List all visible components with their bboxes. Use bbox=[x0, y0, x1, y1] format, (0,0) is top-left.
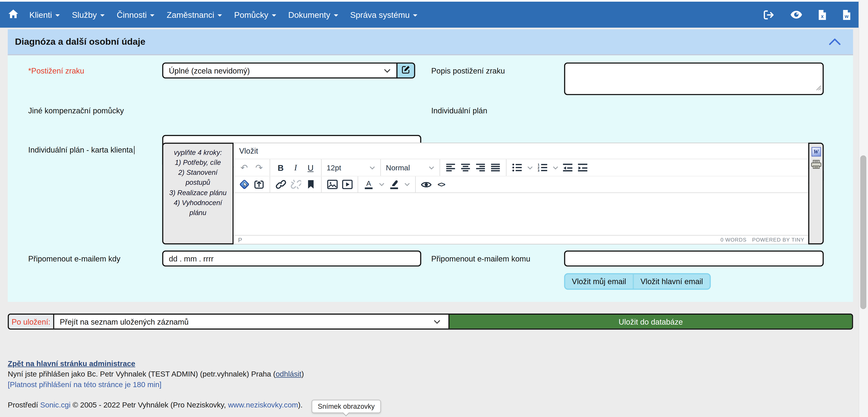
tooltip-tail bbox=[342, 413, 350, 416]
scrollbar-thumb[interactable] bbox=[860, 155, 866, 309]
after-save-select[interactable]: Přejít na seznam uložených záznamů bbox=[54, 315, 448, 328]
editor-toolbar-1: ↶ ↷ B I U 12pt Normal bbox=[234, 159, 808, 176]
editor-content-area[interactable] bbox=[234, 193, 808, 235]
home-icon bbox=[8, 8, 19, 21]
client-card-label: Individuální plán - karta klienta bbox=[28, 145, 134, 154]
resize-handle[interactable] bbox=[816, 83, 822, 93]
align-justify-icon[interactable] bbox=[490, 162, 501, 174]
nav-item-cinnosti[interactable]: Činnosti bbox=[111, 10, 161, 19]
chevron-down-icon[interactable] bbox=[378, 178, 384, 190]
numbered-list-icon[interactable]: 123 bbox=[537, 162, 548, 174]
chevron-down-icon bbox=[384, 68, 391, 73]
chevron-down-icon bbox=[334, 14, 338, 16]
underline-icon[interactable]: U bbox=[305, 162, 316, 174]
word-file-icon[interactable]: w bbox=[842, 9, 851, 20]
chevron-down-icon bbox=[433, 319, 441, 324]
italic-icon[interactable]: I bbox=[290, 162, 301, 174]
chevron-down-icon bbox=[429, 166, 435, 170]
nav-item-sluzby[interactable]: Služby bbox=[66, 10, 111, 19]
chevron-down-icon bbox=[413, 14, 417, 16]
unlink-icon[interactable] bbox=[290, 178, 301, 190]
individual-plan-label: Individuální plán bbox=[431, 106, 487, 115]
undo-icon[interactable]: ↶ bbox=[239, 162, 250, 174]
print-icon[interactable] bbox=[811, 160, 822, 171]
align-right-icon[interactable] bbox=[475, 162, 486, 174]
home-button[interactable] bbox=[8, 8, 19, 21]
chevron-down-icon bbox=[55, 14, 60, 16]
chevron-up-icon[interactable] bbox=[829, 38, 841, 45]
outdent-icon[interactable] bbox=[562, 162, 574, 174]
after-save-label: Po uložení: bbox=[9, 315, 54, 328]
nav-item-sprava-systemu[interactable]: Správa systému bbox=[344, 10, 424, 19]
remind-to-label: Připomenout e-mailem komu bbox=[431, 254, 530, 263]
neziskovky-link[interactable]: www.neziskovky.com bbox=[228, 401, 298, 409]
align-left-icon[interactable] bbox=[445, 162, 456, 174]
chevron-down-icon bbox=[100, 14, 104, 16]
sonic-link[interactable]: Sonic.cgi bbox=[40, 401, 70, 409]
insert-my-email-button[interactable]: Vložit můj email bbox=[565, 274, 634, 288]
vision-impairment-select[interactable]: Úplné (zcela nevidomý) bbox=[162, 63, 398, 79]
element-path[interactable]: P bbox=[238, 237, 242, 243]
chevron-down-icon[interactable] bbox=[552, 162, 559, 174]
vision-description-label: Popis postižení zraku bbox=[431, 66, 505, 75]
email-buttons-group: Vložit můj email Vložit hlavní email bbox=[564, 273, 711, 290]
sign-out-icon[interactable] bbox=[762, 9, 775, 20]
selected-value: Úplné (zcela nevidomý) bbox=[169, 66, 250, 75]
export-icon[interactable] bbox=[253, 178, 265, 190]
back-to-admin-link[interactable]: Zpět na hlavní stránku administrace bbox=[8, 359, 135, 368]
eye-icon[interactable] bbox=[790, 10, 803, 19]
word-document-icon[interactable]: W bbox=[811, 147, 821, 157]
remind-when-date-input[interactable]: dd . mm . rrrr bbox=[162, 250, 421, 267]
vision-description-textarea[interactable] bbox=[564, 63, 824, 95]
text-color-icon[interactable]: A bbox=[363, 178, 374, 190]
session-validity-note: [Platnost přihlášení na této stránce je … bbox=[8, 380, 162, 389]
logout-link[interactable]: odhlásit bbox=[276, 370, 301, 378]
vision-impairment-control: Úplné (zcela nevidomý) bbox=[162, 63, 415, 79]
branding[interactable]: POWERED BY TINY bbox=[752, 237, 804, 243]
media-icon[interactable] bbox=[342, 178, 352, 190]
nav-item-pomucky[interactable]: Pomůcky bbox=[228, 10, 282, 19]
highlight-color-icon[interactable] bbox=[389, 178, 400, 190]
chevron-down-icon[interactable] bbox=[403, 178, 410, 190]
chevron-down-icon bbox=[272, 14, 276, 16]
bullet-list-icon[interactable] bbox=[512, 162, 523, 174]
svg-text:3: 3 bbox=[538, 169, 539, 172]
font-size-select[interactable]: 12pt bbox=[327, 163, 375, 172]
nav-item-zamestnanci[interactable]: Zaměstnanci bbox=[161, 10, 228, 19]
chevron-down-icon bbox=[369, 166, 375, 170]
bold-icon[interactable]: B bbox=[275, 162, 286, 174]
save-to-database-button[interactable]: Uložit do databáze bbox=[448, 315, 852, 328]
vision-impairment-label: *Postižení zraku bbox=[28, 66, 84, 75]
menu-insert[interactable]: Vložit bbox=[239, 147, 258, 155]
source-code-icon[interactable]: <> bbox=[436, 178, 447, 190]
remind-to-input[interactable] bbox=[564, 250, 824, 267]
section-header[interactable]: Diagnóza a další osobní údaje bbox=[8, 29, 853, 55]
nav-item-klienti[interactable]: Klienti bbox=[23, 10, 66, 19]
section-title: Diagnóza a další osobní údaje bbox=[15, 36, 145, 47]
chevron-down-icon[interactable] bbox=[526, 162, 533, 174]
text-cursor bbox=[134, 146, 135, 154]
editor-status-bar: P 0 WORDS POWERED BY TINY bbox=[234, 235, 808, 244]
preview-icon[interactable] bbox=[421, 178, 432, 190]
navbar-actions: x w bbox=[762, 9, 851, 20]
excel-file-icon[interactable]: x bbox=[818, 9, 827, 20]
link-icon[interactable] bbox=[275, 178, 286, 190]
insert-tool-icon[interactable] bbox=[239, 178, 250, 190]
save-bar: Po uložení: Přejít na seznam uložených z… bbox=[8, 314, 853, 330]
align-center-icon[interactable] bbox=[460, 162, 471, 174]
bookmark-icon[interactable] bbox=[305, 178, 316, 190]
edit-options-button[interactable] bbox=[397, 63, 415, 79]
nav-item-label: Zaměstnanci bbox=[167, 10, 214, 19]
page: Klienti Služby Činnosti Zaměstnanci Pomů… bbox=[0, 0, 868, 417]
editor-menubar: Vložit bbox=[234, 143, 808, 159]
nav-item-label: Klienti bbox=[29, 10, 52, 19]
word-count: 0 WORDS bbox=[720, 237, 747, 243]
insert-main-email-button[interactable]: Vložit hlavní email bbox=[634, 274, 710, 288]
nav-item-dokumenty[interactable]: Dokumenty bbox=[282, 10, 344, 19]
image-icon[interactable] bbox=[327, 178, 338, 190]
environment-credit-line: Prostředí Sonic.cgi © 2005 - 2022 Petr V… bbox=[8, 401, 303, 409]
indent-icon[interactable] bbox=[578, 162, 588, 174]
format-select[interactable]: Normal bbox=[386, 163, 435, 172]
remind-when-label: Připomenout e-mailem kdy bbox=[28, 254, 121, 263]
redo-icon[interactable]: ↷ bbox=[253, 162, 265, 174]
